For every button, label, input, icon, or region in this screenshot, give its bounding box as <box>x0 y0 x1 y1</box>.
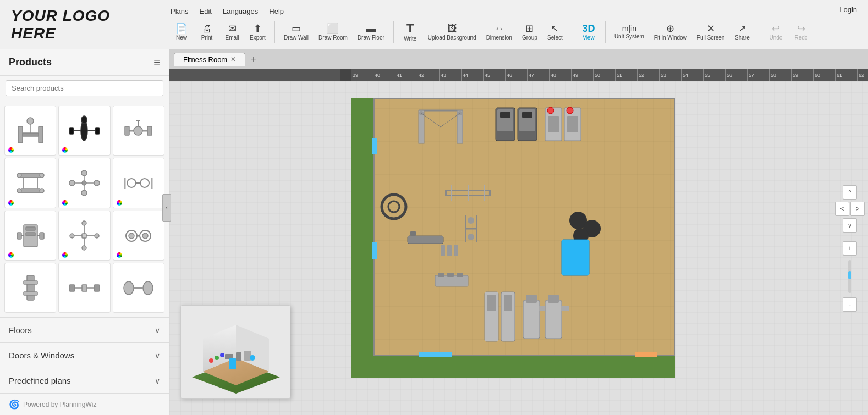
section-predefined-plans: Predefined plans ∨ <box>0 368 169 393</box>
product-item-7[interactable] <box>4 211 56 261</box>
nav-right-button[interactable]: > <box>850 202 865 216</box>
section-doors-windows-label: Doors & Windows <box>9 351 74 360</box>
color-dot-1 <box>8 147 14 153</box>
toolbar-dimension[interactable]: ↔ Dimension <box>483 23 515 42</box>
svg-rect-76 <box>500 112 510 118</box>
menu-plans[interactable]: Plans <box>171 7 189 15</box>
svg-rect-62 <box>82 285 87 291</box>
svg-point-99 <box>468 217 474 224</box>
svg-point-54 <box>129 233 134 239</box>
svg-rect-58 <box>24 292 37 295</box>
zoom-in-button[interactable]: + <box>843 241 857 256</box>
ruler-40: 40 <box>373 69 395 81</box>
tab-add-button[interactable]: + <box>248 54 259 64</box>
svg-rect-111 <box>504 295 512 311</box>
login-button[interactable]: Login <box>839 5 857 14</box>
chevron-floors: ∨ <box>155 326 160 335</box>
color-dot-6 <box>117 200 122 206</box>
product-item-5[interactable] <box>58 158 110 208</box>
svg-point-30 <box>81 190 87 196</box>
toolbar-draw-floor[interactable]: ▬ Draw Floor <box>354 23 388 42</box>
section-floors-header[interactable]: Floors ∨ <box>0 318 169 342</box>
zoom-out-button[interactable]: - <box>843 297 857 312</box>
product-item-3[interactable] <box>113 106 164 156</box>
svg-rect-128 <box>244 351 251 361</box>
svg-rect-39 <box>26 233 35 236</box>
powered-by-text: Powered by PlanningWiz <box>23 401 96 408</box>
nav-left-button[interactable]: < <box>835 202 849 216</box>
svg-point-64 <box>143 281 153 295</box>
toolbar-email[interactable]: ✉ Email <box>221 23 243 42</box>
separator-4 <box>605 21 606 43</box>
toolbar-draw-wall[interactable]: ▭ Draw Wall <box>281 23 312 42</box>
product-item-1[interactable] <box>4 106 56 156</box>
nav-horizontal: < > <box>835 202 865 216</box>
svg-rect-12 <box>125 126 129 135</box>
product-item-4[interactable] <box>4 158 56 208</box>
toolbar-new[interactable]: 📄 New <box>171 23 193 42</box>
products-grid <box>0 101 169 317</box>
toolbar-fit-window[interactable]: ⊕ Fit in Window <box>651 23 690 42</box>
tab-fitness-room[interactable]: Fitness Room ✕ <box>174 53 245 66</box>
product-img-6 <box>119 167 158 200</box>
sidebar-menu-icon[interactable]: ≡ <box>153 56 160 69</box>
preview-thumbnail <box>180 305 290 399</box>
toolbar-undo[interactable]: ↩ Undo <box>765 23 787 42</box>
tire-icon <box>382 195 406 219</box>
ruler-60: 60 <box>813 69 835 81</box>
svg-rect-106 <box>447 273 454 277</box>
product-item-10[interactable] <box>4 263 56 313</box>
toolbar-full-screen[interactable]: ✕ Full Screen <box>694 23 728 42</box>
product-img-5 <box>65 167 103 200</box>
tab-close-fitness-room[interactable]: ✕ <box>230 56 236 63</box>
floor-canvas[interactable]: ^ < > v + - <box>169 81 868 415</box>
tab-fitness-room-label: Fitness Room <box>183 56 227 64</box>
color-dot-4 <box>8 200 14 206</box>
svg-point-49 <box>82 246 86 250</box>
nav-down-button[interactable]: v <box>843 218 857 233</box>
svg-point-24 <box>40 189 44 193</box>
ruler-46: 46 <box>505 69 527 81</box>
svg-point-23 <box>40 173 44 178</box>
product-item-12[interactable] <box>113 263 164 313</box>
toolbar-print[interactable]: 🖨 Print <box>196 23 218 42</box>
svg-rect-56 <box>27 275 34 300</box>
toolbar-3d-view[interactable]: 3D View <box>578 23 600 42</box>
svg-rect-1 <box>39 126 43 143</box>
product-item-6[interactable] <box>113 158 164 208</box>
product-item-9[interactable] <box>113 211 164 261</box>
svg-rect-107 <box>457 273 463 277</box>
product-item-11[interactable] <box>58 263 110 313</box>
menu-languages[interactable]: Languages <box>223 7 258 15</box>
section-doors-windows-header[interactable]: Doors & Windows ∨ <box>0 343 169 368</box>
toolbar-draw-room[interactable]: ⬜ Draw Room <box>315 23 351 42</box>
toolbar-group[interactable]: ⊞ Group <box>519 23 541 42</box>
section-predefined-plans-header[interactable]: Predefined plans ∨ <box>0 368 169 393</box>
product-item-2[interactable] <box>58 106 110 156</box>
separator-2 <box>393 21 394 43</box>
sidebar-toggle[interactable]: ‹ <box>162 194 171 222</box>
svg-point-124 <box>215 356 219 360</box>
ruler-45: 45 <box>483 69 505 81</box>
nav-up-button[interactable]: ^ <box>843 185 857 200</box>
search-input[interactable] <box>6 80 163 96</box>
top-bar: YOUR LOGO HERE Plans Edit Languages Help… <box>0 0 868 49</box>
nav-scroll[interactable] <box>848 260 851 293</box>
ruler-marks: 39 40 41 42 43 44 45 46 47 48 49 50 51 5… <box>351 69 868 81</box>
svg-point-100 <box>468 234 474 240</box>
svg-rect-117 <box>561 306 569 311</box>
menu-help[interactable]: Help <box>269 7 284 15</box>
section-floors-label: Floors <box>9 325 32 335</box>
product-item-8[interactable] <box>58 211 110 261</box>
menu-edit[interactable]: Edit <box>200 7 212 15</box>
toolbar-export[interactable]: ⬆ Export <box>246 23 269 42</box>
toolbar-redo[interactable]: ↪ Redo <box>790 23 812 42</box>
toolbar-select[interactable]: ↖ Select <box>544 23 566 42</box>
toolbar-upload-bg[interactable]: 🖼 Upload Background <box>425 23 480 42</box>
toolbar-share[interactable]: ↗ Share <box>731 23 753 42</box>
undo-icon: ↩ <box>772 24 780 34</box>
sidebar: Products ≡ <box>0 49 169 415</box>
toolbar-write[interactable]: T Write <box>399 21 421 43</box>
color-dot-9 <box>117 252 122 258</box>
toolbar-unit-system[interactable]: m|in Unit System <box>611 24 647 41</box>
